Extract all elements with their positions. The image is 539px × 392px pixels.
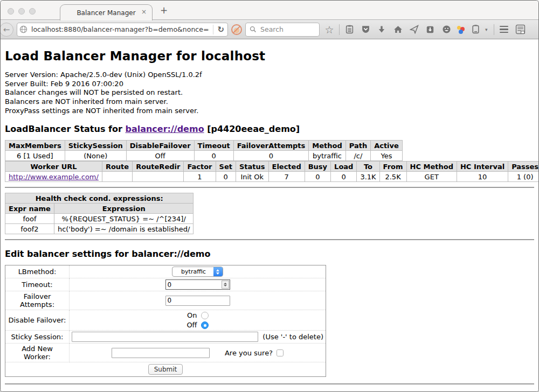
proxypass-notice-line: ProxyPass settings are NOT inherited fro…	[5, 107, 534, 116]
timeout-row: Timeout:	[5, 278, 326, 291]
overflow-caret-icon[interactable]: ▾	[485, 27, 490, 32]
sticky-session-label: Sticky Session:	[5, 331, 70, 344]
tab-close-icon[interactable]: ×	[141, 9, 147, 15]
cell-status: Init Ok	[236, 172, 268, 182]
col-factor: Factor	[184, 162, 216, 172]
zoom-window-button[interactable]	[29, 8, 36, 15]
new-tab-button[interactable]: +	[160, 6, 168, 15]
cell-elected: 7	[268, 172, 305, 182]
feedback-smiley-icon[interactable]	[440, 23, 453, 36]
reading-list-icon[interactable]	[343, 23, 356, 36]
status-heading-prefix: LoadBalancer Status for	[5, 124, 125, 134]
submit-button[interactable]: Submit	[148, 364, 183, 375]
sticky-session-hint: (Use '-' to delete)	[262, 333, 323, 341]
health-caption: Health check cond. expressions:	[5, 193, 194, 204]
col-busy: Busy	[305, 162, 330, 172]
cell-load: 0	[331, 172, 357, 182]
content-blocked-icon[interactable]	[231, 24, 242, 35]
on-radio[interactable]	[201, 312, 209, 319]
cell-routeredir	[133, 172, 184, 182]
col-method: Method	[309, 141, 345, 151]
bookmark-star-icon[interactable]: ☆	[323, 23, 336, 36]
url-bar[interactable]: ↻	[17, 23, 228, 37]
cell-maxmembers: 6 [1 Used]	[5, 151, 65, 161]
health-caption-row: Health check cond. expressions:	[5, 193, 194, 204]
cell-expression-foof: %{REQUEST_STATUS} =~ /^[234]/	[54, 214, 194, 224]
home-icon[interactable]	[391, 23, 404, 36]
failover-attempts-input[interactable]	[165, 296, 230, 306]
back-button[interactable]: ←	[0, 23, 13, 37]
server-version-line: Server Version: Apache/2.5.0-dev (Unix) …	[5, 71, 534, 80]
close-window-button[interactable]	[8, 8, 14, 15]
timeout-input[interactable]	[165, 279, 230, 290]
col-passes: Passes	[508, 162, 538, 172]
lbmethod-selected-value: bytraffic	[172, 268, 213, 275]
cell-to: 3.1K	[357, 172, 379, 182]
edit-balancer-heading: Edit balancer settings for balancer://de…	[5, 249, 534, 259]
col-failoverattempts: FailoverAttempts	[233, 141, 309, 151]
balancer-data-row: 6 [1 Used] (None) Off 0 0 bytraffic /c/ …	[5, 151, 403, 161]
are-you-sure-checkbox[interactable]	[277, 349, 284, 356]
balancer-status-table: MaxMembers StickySession DisableFailover…	[5, 140, 403, 161]
worker-url-link[interactable]: http://www.example.com/	[9, 173, 99, 181]
off-radio[interactable]	[201, 321, 209, 329]
search-bar[interactable]	[245, 23, 320, 37]
add-worker-row: Add New Worker: Are you sure?	[5, 344, 326, 362]
cell-passes: 1 (0)	[508, 172, 538, 182]
toolbar-separator	[339, 24, 340, 35]
cell-hc-interval: 10	[457, 172, 508, 182]
cell-busy: 0	[305, 172, 330, 182]
section-divider	[5, 187, 534, 188]
col-load: Load	[331, 162, 357, 172]
cell-disablefailover: Off	[126, 151, 194, 161]
add-worker-input[interactable]	[112, 348, 210, 358]
col-path: Path	[345, 141, 370, 151]
balancer-demo-link[interactable]: balancer://demo	[125, 124, 204, 134]
inherit-notice-line: Balancers are NOT inherited from main se…	[5, 97, 534, 107]
sidebars-icon[interactable]	[514, 23, 527, 36]
cell-factor: 1	[184, 172, 216, 182]
lbmethod-select[interactable]: bytraffic	[172, 267, 223, 277]
cell-route	[102, 172, 132, 182]
search-input[interactable]	[259, 25, 316, 34]
cell-hc-method: GET	[406, 172, 457, 182]
server-built-line: Server Built: Feb 9 2016 07:00:20	[5, 80, 534, 89]
failover-attempts-row: Failover Attempts:	[5, 291, 326, 310]
health-row-foof2: foof2 hc('body') =~ /domain is establish…	[5, 224, 194, 234]
section-divider	[5, 239, 534, 240]
worker-header-row: Worker URL Route RouteRedir Factor Set S…	[5, 162, 539, 172]
status-heading-suffix: [p4420eeae_demo]	[204, 124, 300, 134]
pocket-icon[interactable]	[359, 23, 372, 36]
tab-title: Balancer Manager	[77, 9, 135, 17]
timeout-label: Timeout:	[5, 278, 70, 291]
are-you-sure-label: Are you sure?	[225, 349, 273, 357]
health-header-row: Expr name Expression	[5, 204, 194, 214]
reload-icon[interactable]: ↻	[216, 25, 225, 34]
menu-hamburger-icon[interactable]	[497, 23, 510, 36]
col-active: Active	[371, 141, 403, 151]
disable-failover-row: Disable Failover: On Off	[5, 310, 326, 331]
save-to-device-icon[interactable]	[424, 23, 437, 36]
minimize-window-button[interactable]	[18, 8, 25, 15]
col-hc-method: HC Method	[406, 162, 457, 172]
page-content: Load Balancer Manager for localhost Serv…	[1, 39, 538, 392]
col-timeout: Timeout	[194, 141, 233, 151]
worker-data-row: http://www.example.com/ 1 0 Init Ok 7 0 …	[5, 172, 539, 182]
on-radio-label: On	[187, 311, 197, 319]
col-stickysession: StickySession	[65, 141, 126, 151]
tab-balancer-manager[interactable]: Balancer Manager ×	[60, 4, 153, 20]
url-input[interactable]	[30, 25, 210, 34]
cell-expr-name-foof: foof	[5, 214, 54, 224]
send-tab-icon[interactable]	[407, 23, 420, 36]
select-stepper-icon	[213, 267, 223, 277]
cell-active: Yes	[371, 151, 403, 161]
col-worker-url: Worker URL	[5, 162, 102, 172]
downloads-icon[interactable]	[375, 23, 388, 36]
navigation-toolbar: ← ↻ ☆	[1, 20, 538, 39]
extension-colors-icon[interactable]	[456, 25, 466, 34]
server-info: Server Version: Apache/2.5.0-dev (Unix) …	[5, 71, 534, 115]
sticky-session-input[interactable]	[72, 332, 258, 342]
sticky-session-row: Sticky Session: (Use '-' to delete)	[5, 331, 326, 344]
number-spinner-icon[interactable]	[222, 281, 229, 289]
device-battery-icon[interactable]	[469, 23, 482, 36]
